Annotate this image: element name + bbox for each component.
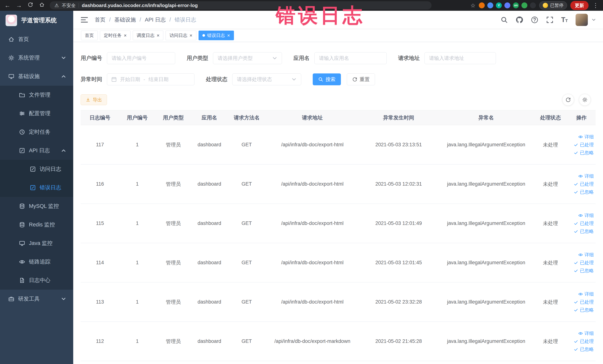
- tab-home[interactable]: 首页: [81, 31, 98, 40]
- extension-icon[interactable]: [504, 2, 510, 8]
- sidebar-item-link-tracing[interactable]: 链路追踪: [0, 253, 73, 271]
- sidebar-item-scheduled-tasks[interactable]: 定时任务: [0, 123, 73, 141]
- sidebar-item-file-management[interactable]: 文件管理: [0, 86, 73, 104]
- processed-link[interactable]: 已处理: [574, 142, 594, 148]
- sidebar-item-redis-monitor[interactable]: Redis 监控: [0, 215, 73, 234]
- bookmark-star-icon[interactable]: ☆: [470, 2, 475, 9]
- user-id-cell: 1: [119, 243, 155, 282]
- filter-row-1: 用户编号 用户类型 请选择用户类型 应用名: [81, 52, 596, 64]
- sidebar-logo[interactable]: 芋道管理系统: [0, 11, 73, 30]
- tab-schedule-log[interactable]: 调度日志 ×: [133, 31, 163, 40]
- extension-icon[interactable]: [487, 2, 493, 8]
- extension-icon[interactable]: [522, 2, 527, 8]
- browser-menu-icon[interactable]: ⋮: [592, 2, 599, 9]
- ignored-link[interactable]: 已忽略: [574, 268, 594, 274]
- sidebar-item-error-log[interactable]: 错误日志: [0, 178, 73, 197]
- detail-link[interactable]: 详细: [578, 134, 594, 140]
- forward-icon[interactable]: →: [15, 2, 23, 9]
- address-bar[interactable]: ⚠ 不安全 dashboard.yudao.iocoder.cn/infra/l…: [50, 1, 431, 10]
- gear-icon: [582, 97, 588, 103]
- sidebar-item-system-management[interactable]: 系统管理: [0, 48, 73, 67]
- ignored-link[interactable]: 已忽略: [574, 150, 594, 156]
- sidebar-item-java-monitor[interactable]: Java 监控: [0, 234, 73, 253]
- refresh-table-button[interactable]: [562, 94, 574, 106]
- close-icon[interactable]: ×: [227, 33, 230, 38]
- exception-time-cell: 2021-05-03 12:01:49: [359, 204, 439, 243]
- extension-icon[interactable]: V: [496, 2, 502, 8]
- sidebar-item-config-management[interactable]: 配置管理: [0, 104, 73, 123]
- ignored-link[interactable]: 已忽略: [574, 189, 594, 195]
- user-id-input[interactable]: [107, 52, 175, 64]
- detail-link[interactable]: 详细: [578, 330, 594, 336]
- request-url-cell: /api/infra/db-doc/export-html: [266, 164, 359, 204]
- processed-link[interactable]: 已处理: [574, 220, 594, 226]
- detail-link[interactable]: 详细: [578, 173, 594, 179]
- breadcrumb-item[interactable]: 首页: [95, 16, 105, 23]
- close-icon[interactable]: ×: [124, 33, 127, 38]
- user-type-select[interactable]: 请选择用户类型: [213, 52, 282, 64]
- tab-access-log[interactable]: 访问日志 ×: [165, 31, 196, 40]
- select-placeholder: 请选择用户类型: [218, 55, 253, 61]
- sidebar-item-api-logs[interactable]: API 日志: [0, 141, 73, 160]
- paused-badge[interactable]: 已暂停: [539, 1, 567, 10]
- action-label: 详细: [584, 252, 594, 258]
- extension-icon[interactable]: [530, 2, 536, 8]
- breadcrumb-item[interactable]: API 日志: [145, 16, 166, 23]
- check-icon: [574, 260, 578, 265]
- avatar[interactable]: [576, 14, 588, 26]
- export-button[interactable]: 导出: [81, 94, 107, 105]
- detail-link[interactable]: 详细: [578, 212, 594, 218]
- detail-link[interactable]: 详细: [578, 252, 594, 258]
- sidebar-item-dev-tools[interactable]: 研发工具: [0, 290, 73, 308]
- extension-icon[interactable]: [479, 2, 485, 8]
- ignored-link[interactable]: 已忽略: [574, 228, 594, 234]
- check-icon: [574, 268, 578, 273]
- action-label: 已忽略: [580, 189, 594, 195]
- tab-scheduled-tasks[interactable]: 定时任务 ×: [100, 31, 130, 40]
- action-label: 已忽略: [580, 307, 594, 313]
- sidebar-item-home[interactable]: 首页: [0, 30, 73, 48]
- request-url-input[interactable]: [425, 52, 496, 64]
- sidebar-item-infrastructure[interactable]: 基础设施: [0, 67, 73, 86]
- browser-home-icon[interactable]: [38, 2, 46, 9]
- reload-icon[interactable]: [27, 2, 34, 9]
- extension-icon[interactable]: on: [513, 2, 519, 8]
- method-cell: GET: [227, 243, 266, 282]
- tab-error-log[interactable]: 错误日志 ×: [198, 31, 234, 40]
- github-icon[interactable]: [516, 16, 523, 23]
- sidebar-item-mysql-monitor[interactable]: MySQL 监控: [0, 197, 73, 215]
- column-settings-button[interactable]: [579, 94, 591, 106]
- ignored-link[interactable]: 已忽略: [574, 307, 594, 313]
- folder-icon: [19, 92, 25, 98]
- help-icon[interactable]: [531, 16, 538, 23]
- processed-link[interactable]: 已处理: [574, 181, 594, 187]
- breadcrumb-item[interactable]: 基础设施: [114, 16, 136, 23]
- back-icon[interactable]: ←: [4, 2, 11, 9]
- processed-link[interactable]: 已处理: [574, 299, 594, 305]
- chevron-down-icon[interactable]: [591, 18, 596, 22]
- request-url-cell: /api/infra/db-doc/export-html: [266, 243, 359, 282]
- processed-link[interactable]: 已处理: [574, 338, 594, 344]
- date-range-picker[interactable]: 开始日期 - 结束日期: [107, 73, 195, 85]
- fullscreen-icon[interactable]: [546, 16, 554, 23]
- sidebar-item-access-log[interactable]: 访问日志: [0, 160, 73, 178]
- detail-link[interactable]: 详细: [578, 291, 594, 297]
- search-icon[interactable]: [500, 16, 508, 23]
- search-button[interactable]: 搜索: [313, 73, 341, 85]
- close-icon[interactable]: ×: [157, 33, 159, 38]
- update-button[interactable]: 更新: [570, 1, 589, 10]
- close-icon[interactable]: ×: [189, 33, 192, 38]
- sidebar-item-label: 访问日志: [40, 165, 61, 173]
- process-status-select[interactable]: 请选择处理状态: [232, 73, 301, 85]
- font-size-icon[interactable]: TT: [561, 16, 568, 23]
- app-name-input[interactable]: [314, 52, 387, 64]
- action-label: 已忽略: [580, 228, 594, 234]
- ignored-link[interactable]: 已忽略: [574, 346, 594, 352]
- sidebar-item-log-center[interactable]: 日志中心: [0, 271, 73, 290]
- sidebar-item-label: 链路追踪: [29, 258, 50, 266]
- logo-image: [6, 15, 17, 26]
- table-row: 114 1 管理员 dashboard GET /api/infra/db-do…: [81, 243, 596, 282]
- processed-link[interactable]: 已处理: [574, 260, 594, 266]
- hamburger-icon[interactable]: [80, 16, 88, 23]
- reset-button[interactable]: 重置: [347, 73, 375, 85]
